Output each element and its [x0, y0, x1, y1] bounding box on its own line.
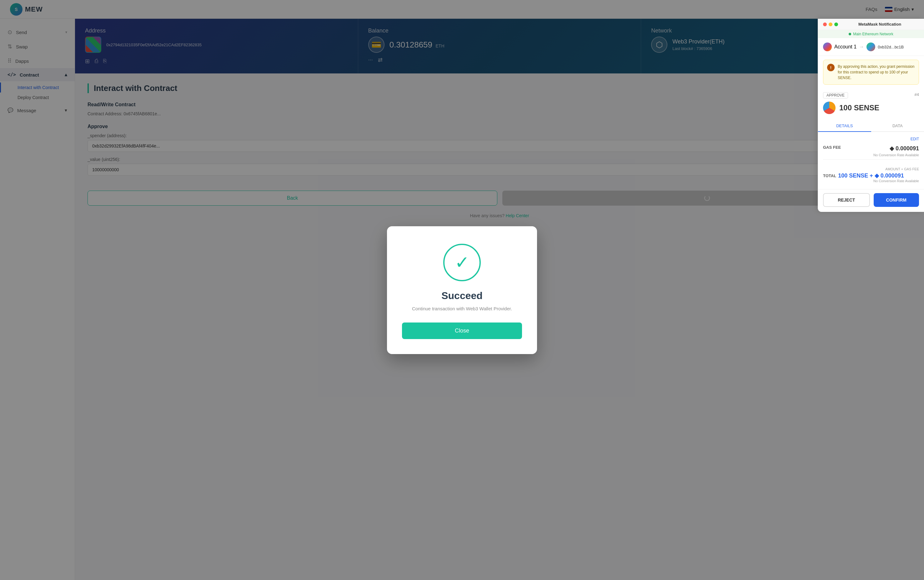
account-from-icon — [823, 43, 832, 51]
total-section-label: AMOUNT + GAS FEE — [823, 167, 919, 171]
close-button[interactable]: Close — [402, 323, 522, 339]
gas-fee-label: GAS FEE — [823, 145, 841, 150]
confirm-button[interactable]: CONFIRM — [874, 193, 919, 207]
account-to-label: 0xb32d...bc1B — [878, 44, 904, 49]
approve-tag: APPROVE — [823, 92, 848, 99]
check-icon: ✓ — [455, 252, 470, 272]
success-title: Succeed — [402, 290, 522, 302]
token-icon — [823, 102, 835, 114]
metamask-warning: ! By approving this action, you grant pe… — [823, 60, 919, 85]
account-to: 0xb32d...bc1B — [866, 43, 904, 51]
network-status-dot — [849, 33, 851, 35]
success-check-circle: ✓ — [443, 244, 481, 281]
tab-data[interactable]: DATA — [871, 120, 924, 131]
metamask-panel: MetaMask Notification Main Ethereum Netw… — [818, 19, 924, 212]
metamask-network-bar: Main Ethereum Network — [818, 30, 924, 38]
maximize-window-button[interactable] — [834, 23, 838, 26]
account-from: Account 1 — [823, 43, 856, 51]
account-to-icon — [866, 43, 875, 51]
success-subtitle: Continue transaction with Web3 Wallet Pr… — [402, 306, 522, 311]
tab-details[interactable]: DETAILS — [818, 120, 871, 132]
edit-link[interactable]: EDIT — [823, 137, 919, 141]
gas-fee-value: ◆ 0.000091 — [889, 145, 919, 152]
transaction-number: #4 — [915, 92, 919, 97]
metamask-tabs: DETAILS DATA — [818, 120, 924, 132]
gas-fee-note: No Conversion Rate Available — [823, 153, 919, 157]
metamask-title: MetaMask Notification — [840, 22, 919, 26]
gas-fee-amount: ◆ 0.000091 — [889, 145, 919, 152]
total-value: 100 SENSE + ◆ 0.000091 — [838, 172, 919, 179]
success-modal: ✓ Succeed Continue transaction with Web3… — [387, 226, 537, 354]
minimize-window-button[interactable] — [829, 23, 832, 26]
token-row: 100 SENSE — [823, 102, 919, 114]
metamask-buttons: REJECT CONFIRM — [818, 189, 924, 212]
account-from-label: Account 1 — [834, 44, 856, 50]
metamask-accounts: Account 1 → 0xb32d...bc1B — [818, 38, 924, 56]
warning-icon: ! — [827, 64, 835, 71]
reject-button[interactable]: REJECT — [823, 193, 870, 207]
total-note: No Conversion Rate Available — [823, 179, 919, 183]
metamask-approve-section: APPROVE #4 100 SENSE — [818, 89, 924, 118]
total-row: TOTAL 100 SENSE + ◆ 0.000091 — [823, 172, 919, 179]
warning-text: By approving this action, you grant perm… — [838, 64, 915, 81]
token-amount: 100 SENSE — [839, 104, 879, 112]
transfer-arrow-icon: → — [859, 44, 864, 50]
metamask-total-section: AMOUNT + GAS FEE TOTAL 100 SENSE + ◆ 0.0… — [818, 167, 924, 189]
metamask-titlebar: MetaMask Notification — [818, 19, 924, 30]
metamask-details: EDIT GAS FEE ◆ 0.000091 No Conversion Ra… — [818, 132, 924, 167]
metamask-network-label: Main Ethereum Network — [853, 32, 893, 36]
divider — [823, 159, 919, 160]
gas-fee-row: GAS FEE ◆ 0.000091 — [823, 145, 919, 152]
modal-overlay: ✓ Succeed Continue transaction with Web3… — [0, 0, 924, 580]
close-window-button[interactable] — [823, 23, 827, 26]
total-key: TOTAL — [823, 173, 836, 178]
window-controls — [823, 23, 838, 26]
